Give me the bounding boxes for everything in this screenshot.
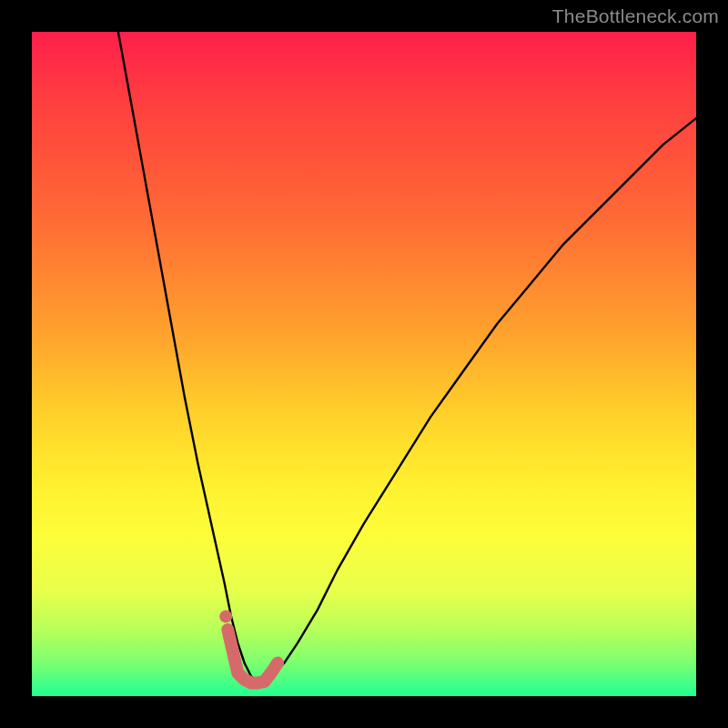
chart-plot-area xyxy=(32,32,696,696)
chart-frame: TheBottleneck.com xyxy=(0,0,728,728)
chart-svg xyxy=(32,32,696,696)
bottleneck-curve xyxy=(118,32,696,682)
watermark-text: TheBottleneck.com xyxy=(552,5,719,27)
highlight-marker-path xyxy=(228,630,278,682)
highlight-marker-dot xyxy=(219,610,232,622)
